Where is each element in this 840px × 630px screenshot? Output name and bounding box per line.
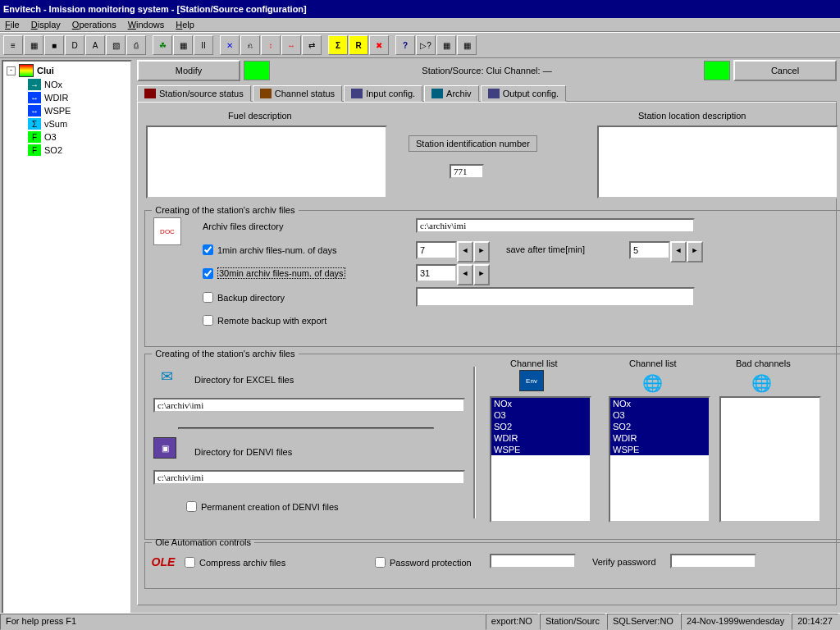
tab-archiv[interactable]: Archiv bbox=[424, 85, 479, 102]
spin-left[interactable]: ◄ bbox=[457, 241, 473, 262]
form-body: Fuel description Station location descri… bbox=[137, 102, 837, 605]
list-item[interactable]: SO2 bbox=[610, 421, 709, 432]
menubar: File Display Operations Windows Help bbox=[0, 18, 840, 32]
archdir-input[interactable] bbox=[416, 218, 695, 233]
chk-backup[interactable] bbox=[203, 292, 213, 303]
excel-input[interactable] bbox=[153, 398, 465, 413]
tb-btn[interactable]: R bbox=[349, 35, 368, 55]
list-item[interactable]: NOx bbox=[491, 398, 590, 409]
list-item[interactable]: WDIR bbox=[491, 432, 590, 444]
chk-denvi-perm[interactable] bbox=[186, 501, 197, 512]
tb-btn[interactable]: ⇄ bbox=[302, 35, 322, 55]
chk-1min[interactable] bbox=[203, 244, 213, 255]
channel-list-2[interactable]: NOxO3SO2WDIRWSPE bbox=[609, 396, 710, 523]
password-input[interactable] bbox=[490, 554, 576, 568]
menu-display[interactable]: Display bbox=[31, 20, 61, 30]
fuel-label: Fuel description bbox=[228, 111, 292, 121]
tb-btn[interactable]: Σ bbox=[328, 35, 348, 55]
menu-file[interactable]: File bbox=[5, 20, 20, 30]
window-title: Envitech - Imission monitoring system - … bbox=[3, 4, 307, 14]
tree-item[interactable]: ΣvSum bbox=[28, 117, 129, 130]
menu-help[interactable]: Help bbox=[176, 20, 194, 30]
tree-root-item[interactable]: - Clui bbox=[7, 63, 129, 78]
val-saveafter[interactable]: 5 bbox=[629, 241, 670, 259]
tree-panel[interactable]: - Clui →NOx↔WDIR↔WSPEΣvSumFO3FSO2 bbox=[2, 60, 132, 617]
menu-operations[interactable]: Operations bbox=[72, 20, 116, 30]
list-item[interactable]: NOx bbox=[610, 398, 709, 409]
tb-btn[interactable]: ▦ bbox=[173, 35, 193, 55]
spin-right[interactable]: ► bbox=[473, 264, 490, 285]
modify-button[interactable]: Modify bbox=[137, 60, 240, 81]
badch-label: Bad channels bbox=[736, 358, 791, 368]
list-item[interactable]: O3 bbox=[610, 409, 709, 421]
tb-btn[interactable]: ? bbox=[395, 35, 415, 55]
tb-btn[interactable]: ▷? bbox=[416, 35, 436, 55]
sin-input[interactable] bbox=[450, 164, 484, 179]
tb-btn[interactable]: ▦ bbox=[457, 35, 477, 55]
spin-left[interactable]: ◄ bbox=[457, 264, 473, 285]
tab-channel-status[interactable]: Channel status bbox=[253, 85, 342, 102]
status-led-right bbox=[704, 61, 730, 80]
val-1min[interactable]: 7 bbox=[416, 241, 457, 259]
list-item[interactable]: WSPE bbox=[491, 444, 590, 455]
tree-item[interactable]: ↔WDIR bbox=[28, 91, 129, 104]
list-item[interactable]: WDIR bbox=[610, 432, 709, 444]
chk-compress[interactable] bbox=[185, 557, 195, 568]
denvi-icon: ▣ bbox=[153, 437, 176, 459]
spin-right[interactable]: ► bbox=[687, 241, 703, 262]
tb-btn[interactable]: ▧ bbox=[106, 35, 126, 55]
vsep bbox=[473, 367, 476, 518]
denvi-input[interactable] bbox=[153, 470, 465, 485]
tb-btn[interactable]: ↔ bbox=[281, 35, 301, 55]
backup-input[interactable] bbox=[416, 287, 695, 307]
tab-output-config[interactable]: Output config. bbox=[481, 85, 567, 102]
tb-btn[interactable]: II bbox=[194, 35, 213, 55]
chk-remote[interactable] bbox=[203, 315, 213, 326]
bad-channels-list[interactable] bbox=[719, 396, 821, 523]
tree-item[interactable]: FO3 bbox=[28, 130, 129, 144]
chk-30min[interactable] bbox=[203, 268, 213, 279]
chk-password[interactable] bbox=[375, 557, 386, 568]
tree-item[interactable]: →NOx bbox=[28, 78, 129, 91]
arrow-icon: → bbox=[28, 79, 41, 90]
list-item[interactable]: SO2 bbox=[491, 421, 590, 432]
tb-btn[interactable]: ↕ bbox=[261, 35, 281, 55]
tb-btn[interactable]: ■ bbox=[44, 35, 64, 55]
tab-input-config[interactable]: Input config. bbox=[344, 85, 422, 102]
list-item[interactable]: WSPE bbox=[610, 444, 709, 455]
menu-windows[interactable]: Windows bbox=[128, 20, 165, 30]
fuel-textarea[interactable] bbox=[146, 126, 387, 199]
list-item[interactable]: O3 bbox=[491, 409, 590, 421]
tb-btn[interactable]: D bbox=[65, 35, 84, 55]
tb-btn[interactable]: ▦ bbox=[436, 35, 456, 55]
tree-item-label: WSPE bbox=[44, 106, 71, 116]
tb-btn[interactable]: ⎙ bbox=[126, 35, 146, 55]
saveafter-label: save after time[min] bbox=[506, 244, 585, 254]
verify-password-input[interactable] bbox=[670, 554, 756, 568]
tab-station-status[interactable]: Station/source status bbox=[137, 85, 251, 102]
tb-btn[interactable]: ≡ bbox=[3, 35, 23, 55]
val-30min[interactable]: 31 bbox=[416, 264, 457, 282]
ole-icon: OLE bbox=[150, 549, 176, 575]
tb-btn[interactable]: ▦ bbox=[24, 35, 43, 55]
tb-btn[interactable]: ✖ bbox=[369, 35, 389, 55]
tb-btn[interactable]: ✕ bbox=[220, 35, 240, 55]
collapse-icon[interactable]: - bbox=[7, 66, 16, 75]
archdir-label: Archiv files directory bbox=[203, 221, 283, 231]
fs3-legend: Ole Automation controls bbox=[152, 537, 254, 547]
tb-btn[interactable]: ⎌ bbox=[240, 35, 260, 55]
tree-item[interactable]: ↔WSPE bbox=[28, 104, 129, 117]
spin-left[interactable]: ◄ bbox=[670, 241, 687, 262]
cancel-button[interactable]: Cancel bbox=[733, 60, 837, 81]
tb-btn[interactable]: ☘ bbox=[153, 35, 172, 55]
tb-btn[interactable]: A bbox=[85, 35, 105, 55]
tree-root-label: Clui bbox=[37, 66, 54, 75]
globe-icon: 🌐 bbox=[748, 370, 774, 396]
stationloc-label: Station location description bbox=[638, 111, 746, 121]
stationloc-textarea[interactable] bbox=[597, 126, 838, 199]
status-help: For help press F1 bbox=[0, 614, 486, 630]
tree-item[interactable]: FSO2 bbox=[28, 144, 129, 157]
tree-item-label: O3 bbox=[44, 132, 57, 142]
spin-right[interactable]: ► bbox=[473, 241, 490, 262]
channel-list-1[interactable]: NOxO3SO2WDIRWSPE bbox=[490, 396, 591, 523]
